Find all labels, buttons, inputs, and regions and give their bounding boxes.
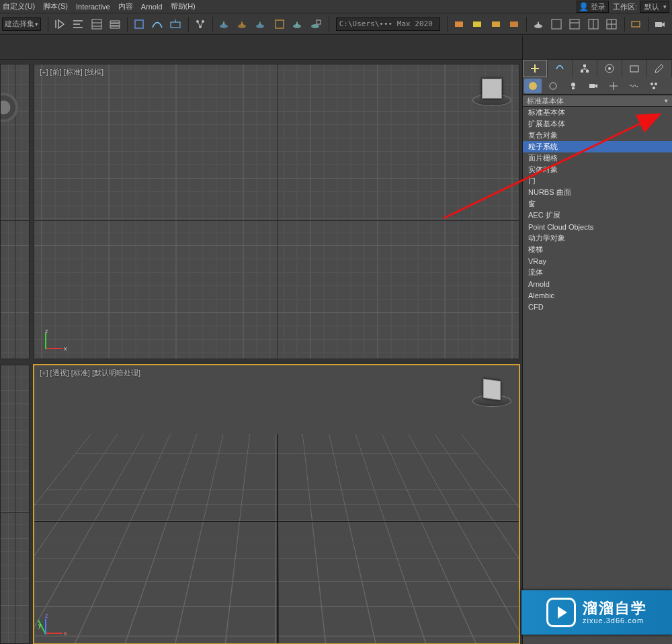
- toolbar-icon-curve-editor[interactable]: [149, 15, 166, 33]
- main-toolbar: 建选择集 C:\Users\••: [0, 13, 672, 35]
- viewport-perspective-label[interactable]: [+] [透视] [标准] [默认明暗处理]: [40, 368, 140, 378]
- category-systems[interactable]: [645, 79, 663, 93]
- menu-item-content[interactable]: 内容: [118, 1, 133, 11]
- category-item[interactable]: Alembic: [523, 289, 672, 301]
- tab-utilities[interactable]: [647, 60, 672, 77]
- svg-rect-16: [492, 21, 500, 27]
- category-lights[interactable]: [564, 79, 582, 93]
- svg-rect-19: [552, 19, 561, 29]
- toolbar-icon-window-a[interactable]: [548, 15, 565, 33]
- category-item[interactable]: 动力学对象: [523, 232, 672, 244]
- toolbar-icon-schematic-view[interactable]: [192, 15, 208, 33]
- toolbar-icon-safe-frame[interactable]: [628, 15, 644, 33]
- svg-point-31: [529, 82, 537, 90]
- toolbar-icon-teapot-b[interactable]: [308, 15, 325, 33]
- menu-item-interactive[interactable]: Interactive: [76, 3, 110, 11]
- viewport-perspective[interactable]: [+] [透视] [标准] [默认明暗处理] x y z: [34, 365, 519, 644]
- svg-rect-26: [581, 70, 583, 73]
- category-item[interactable]: 楼梯: [523, 244, 672, 255]
- svg-point-12: [311, 24, 319, 28]
- category-item-selected[interactable]: 粒子系统: [523, 141, 672, 152]
- toolbar-icon-ribbon-toggle[interactable]: [130, 15, 147, 33]
- svg-point-36: [655, 83, 657, 85]
- svg-rect-20: [570, 19, 579, 29]
- toolbar-icon-mirror[interactable]: [51, 15, 68, 33]
- toolbar-icon-autokey[interactable]: [450, 15, 467, 33]
- category-item[interactable]: 标准基本体: [523, 107, 672, 118]
- category-item[interactable]: 流体: [523, 267, 672, 278]
- toolbar-icon-align[interactable]: [70, 15, 87, 33]
- menu-item-help[interactable]: 帮助(H): [171, 1, 196, 11]
- geometry-subcategory-dropdown[interactable]: 标准基本体 ▾: [523, 95, 672, 107]
- category-helpers[interactable]: [605, 79, 622, 93]
- viewcube-perspective[interactable]: [472, 369, 512, 410]
- viewport-front-label[interactable]: [+] [前] [标准] [线框]: [40, 67, 103, 77]
- category-item[interactable]: CFD: [523, 301, 672, 312]
- toolbar-icon-keyfilters[interactable]: [487, 15, 504, 33]
- tab-display[interactable]: [622, 60, 647, 77]
- command-panel: 标准基本体 ▾ 标准基本体 扩展基本体 复合对象 粒子系统 面片栅格 实体对象 …: [522, 36, 672, 644]
- viewport-top-left-sliver[interactable]: [0, 64, 30, 359]
- toolbar-icon-camera[interactable]: [652, 15, 669, 33]
- toolbar-icon-layers[interactable]: [106, 15, 123, 33]
- selection-set-dropdown[interactable]: 建选择集: [2, 17, 41, 31]
- category-item[interactable]: 扩展基本体: [523, 118, 672, 130]
- category-item[interactable]: 面片栅格: [523, 152, 672, 164]
- category-item[interactable]: AEC 扩展: [523, 210, 672, 221]
- category-shapes[interactable]: [544, 79, 562, 93]
- toolbar-icon-render-setup[interactable]: [235, 15, 251, 33]
- category-item[interactable]: VRay: [523, 255, 672, 267]
- toolbar-icon-window-b[interactable]: [566, 15, 583, 33]
- toolbar-icon-material-editor[interactable]: [216, 15, 233, 33]
- tab-motion[interactable]: [597, 60, 622, 77]
- svg-point-35: [650, 83, 653, 85]
- toolbar-icon-window-d[interactable]: [603, 15, 620, 33]
- category-spacewarps[interactable]: [625, 79, 642, 93]
- svg-rect-30: [630, 66, 638, 72]
- toolbar-icon-render-frame[interactable]: [253, 15, 269, 33]
- category-item[interactable]: 门: [523, 175, 672, 187]
- toolbar-icon-dopesheet[interactable]: [167, 15, 184, 33]
- category-cameras[interactable]: [585, 79, 602, 93]
- project-path-field[interactable]: C:\Users\••• Max 2020: [336, 17, 441, 31]
- viewcube-front[interactable]: [472, 68, 512, 109]
- tab-modify[interactable]: [548, 60, 573, 77]
- svg-rect-2: [136, 21, 142, 28]
- svg-rect-10: [276, 20, 284, 28]
- toolbar-icon-render-scene[interactable]: [271, 15, 288, 33]
- login-button[interactable]: 👤 登录: [577, 1, 609, 13]
- workspace-dropdown[interactable]: 默认: [640, 1, 669, 13]
- category-item[interactable]: NURBS 曲面: [523, 187, 672, 198]
- svg-point-32: [550, 83, 556, 89]
- category-item[interactable]: 实体对象: [523, 164, 672, 175]
- category-item[interactable]: Arnold: [523, 278, 672, 289]
- toolbar-icon-teapot-c[interactable]: [530, 15, 546, 33]
- watermark-title: 溜溜自学: [583, 600, 647, 616]
- menu-item-customize[interactable]: 自定义(U): [3, 1, 35, 11]
- svg-point-29: [608, 67, 611, 70]
- tab-hierarchy[interactable]: [573, 60, 597, 77]
- category-item[interactable]: 复合对象: [523, 130, 672, 141]
- tab-create[interactable]: [523, 60, 548, 77]
- svg-rect-34: [589, 84, 595, 88]
- svg-rect-17: [510, 21, 518, 27]
- menu-item-arnold[interactable]: Arnold: [141, 3, 163, 11]
- category-geometry[interactable]: [524, 79, 542, 93]
- svg-rect-25: [583, 64, 586, 67]
- toolbar-icon-window-c[interactable]: [585, 15, 601, 33]
- toolbar-icon-layer-explorer[interactable]: [88, 15, 105, 33]
- play-icon: [546, 598, 576, 627]
- command-panel-tabs: [523, 60, 672, 77]
- login-label: 登录: [591, 2, 605, 12]
- axis-gizmo-front: x z: [46, 325, 71, 349]
- toolbar-icon-setkey[interactable]: [469, 15, 486, 33]
- toolbar-icon-teapot-a[interactable]: [289, 15, 306, 33]
- category-item[interactable]: 窗: [523, 198, 672, 210]
- category-item[interactable]: Point Cloud Objects: [523, 221, 672, 232]
- svg-rect-14: [455, 21, 463, 27]
- menu-item-script[interactable]: 脚本(S): [43, 1, 68, 11]
- viewport-bottom-left-sliver[interactable]: [0, 365, 30, 644]
- toolbar-icon-keymode[interactable]: [505, 15, 522, 33]
- viewport-front[interactable]: [+] [前] [标准] [线框] x z: [34, 64, 519, 359]
- svg-rect-15: [473, 21, 481, 27]
